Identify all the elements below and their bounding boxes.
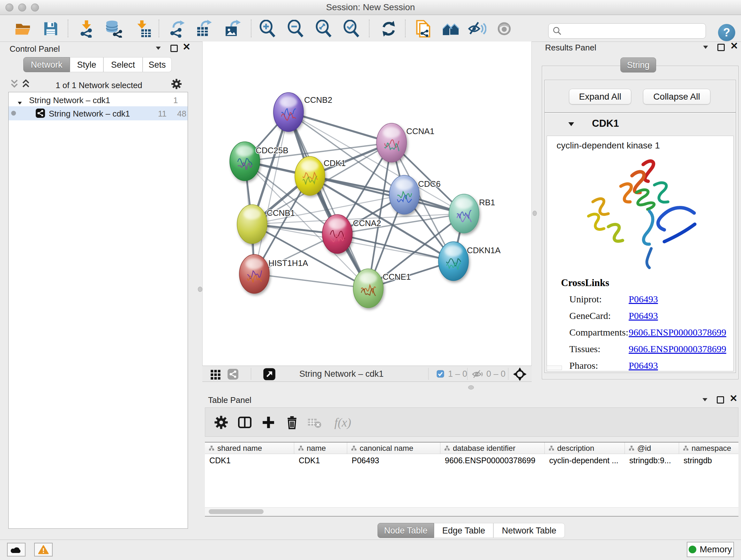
refresh-view-button[interactable] xyxy=(380,19,398,38)
column-header[interactable]: description xyxy=(545,442,625,454)
node-label-cdc25b: CDC25B xyxy=(256,145,288,155)
control-panel-menu-button[interactable] xyxy=(155,46,161,51)
zoom-in-icon xyxy=(259,20,277,38)
string-home-button[interactable] xyxy=(442,19,460,38)
network-edge[interactable] xyxy=(254,274,368,288)
bottom-splitter-handle[interactable] xyxy=(468,385,474,389)
network-node-cdc25b[interactable]: CDC25B xyxy=(230,142,288,181)
tab-select[interactable]: Select xyxy=(104,57,143,72)
network-node-ccnb2[interactable]: CCNB2 xyxy=(273,92,332,132)
column-header[interactable]: canonical name xyxy=(347,442,441,454)
control-panel-close-button[interactable]: ✕ xyxy=(183,44,191,51)
cloud-status-button[interactable] xyxy=(7,543,25,557)
network-node-rb1[interactable]: RB1 xyxy=(449,194,495,233)
save-session-button[interactable] xyxy=(42,19,60,38)
table-row[interactable]: CDK1 CDK1 P06493 9606.ENSP00000378699 cy… xyxy=(205,454,738,467)
results-panel-float-button[interactable] xyxy=(718,44,725,52)
table-panel-close-button[interactable]: ✕ xyxy=(730,395,738,403)
cell-name: CDK1 xyxy=(294,454,347,467)
tab-sets[interactable]: Sets xyxy=(143,57,172,72)
network-node-cdkn1a[interactable]: CDKN1A xyxy=(439,242,501,281)
column-header[interactable]: shared name xyxy=(205,442,294,454)
expand-all-button[interactable]: Expand All xyxy=(569,89,631,105)
crosslink-link[interactable]: 9606.ENSP00000378699 xyxy=(629,344,726,354)
warnings-button[interactable] xyxy=(34,543,53,557)
tab-edge-table[interactable]: Edge Table xyxy=(434,523,493,538)
open-session-button[interactable] xyxy=(14,19,32,38)
tab-node-table[interactable]: Node Table xyxy=(378,523,434,538)
tab-network[interactable]: Network xyxy=(23,57,70,72)
fit-content-button[interactable] xyxy=(513,368,527,382)
table-toolbar: f(x) xyxy=(205,408,738,437)
import-network-file-button[interactable] xyxy=(77,19,96,38)
collapse-all-networks-button[interactable] xyxy=(10,79,19,90)
delete-column-button[interactable] xyxy=(283,414,301,431)
tab-string[interactable]: String xyxy=(620,57,656,72)
network-node-ccne1[interactable]: CCNE1 xyxy=(353,269,411,308)
table-options-button[interactable] xyxy=(212,414,230,431)
export-image-button[interactable] xyxy=(223,19,242,38)
network-list: String Network – cdk1 1 String Network –… xyxy=(8,92,188,529)
collection-expand-arrow[interactable] xyxy=(17,98,23,107)
crosslink-label: Pharos: xyxy=(569,360,598,371)
expand-all-networks-button[interactable] xyxy=(21,79,30,90)
crosslink-link[interactable]: P06493 xyxy=(629,294,658,305)
network-options-gear-button[interactable] xyxy=(171,78,182,91)
import-table-button[interactable] xyxy=(134,19,152,38)
import-network-database-button[interactable] xyxy=(105,19,123,38)
hide-glass-string-button[interactable] xyxy=(468,19,486,38)
column-header[interactable]: name xyxy=(294,442,347,454)
selected-checkbox[interactable] xyxy=(436,370,444,379)
network-node-hist1h1a[interactable]: HIST1H1A xyxy=(239,254,308,294)
results-panel-menu-button[interactable] xyxy=(703,45,709,51)
birds-eye-view-button[interactable] xyxy=(210,368,221,381)
network-row-selected[interactable]: String Network – cdk1 11 48 xyxy=(9,106,188,120)
memory-button[interactable]: Memory xyxy=(687,542,734,557)
string-network-graph[interactable]: CCNB2CCNA1CDC25BCDK1CDC6RB1CCNB1CCNA2CDK… xyxy=(203,42,531,365)
create-column-button[interactable] xyxy=(259,414,277,431)
table-panel-float-button[interactable] xyxy=(717,396,724,405)
zoom-selected-button[interactable] xyxy=(342,19,361,38)
right-splitter-handle[interactable] xyxy=(533,211,537,216)
network-canvas[interactable]: CCNB2CCNA1CDC25BCDK1CDC6RB1CCNB1CCNA2CDK… xyxy=(202,42,532,366)
show-columns-button[interactable] xyxy=(236,414,254,431)
tab-network-table[interactable]: Network Table xyxy=(493,523,565,538)
network-share-button[interactable] xyxy=(227,368,239,381)
network-edge[interactable] xyxy=(288,112,392,143)
column-header[interactable]: database identifier xyxy=(441,442,545,454)
column-header[interactable]: namespace xyxy=(679,442,738,454)
search-input[interactable] xyxy=(564,26,705,37)
table-panel-menu-button[interactable] xyxy=(702,397,708,403)
database-import-icon xyxy=(105,20,123,38)
zoom-in-button[interactable] xyxy=(259,19,277,38)
export-table-button[interactable] xyxy=(195,19,213,38)
open-in-window-button[interactable] xyxy=(263,368,276,382)
protein-card-collapse-arrow[interactable] xyxy=(568,122,574,127)
crosslink-link[interactable]: P06493 xyxy=(629,310,658,321)
results-horizontal-scrollbar[interactable] xyxy=(547,366,562,370)
column-header[interactable]: @id xyxy=(625,442,679,454)
function-builder-button[interactable]: f(x) xyxy=(328,414,357,431)
export-network-button[interactable] xyxy=(167,19,186,38)
left-splitter-handle[interactable] xyxy=(198,287,202,292)
scrollbar-thumb[interactable] xyxy=(209,509,264,514)
network-node-ccnb1[interactable]: CCNB1 xyxy=(237,205,295,244)
string-import-button[interactable] xyxy=(414,19,433,38)
crosslink-link[interactable]: 9606.ENSP00000378699 xyxy=(629,327,726,338)
control-panel-float-button[interactable] xyxy=(171,45,178,53)
network-node-cdk1[interactable]: CDK1 xyxy=(295,157,346,195)
zoom-fit-button[interactable] xyxy=(315,19,333,38)
collapse-all-button[interactable]: Collapse All xyxy=(643,89,711,105)
network-edge[interactable] xyxy=(254,112,288,274)
results-panel-close-button[interactable]: ✕ xyxy=(730,43,738,51)
tab-style[interactable]: Style xyxy=(70,57,104,72)
table-horizontal-scrollbar[interactable] xyxy=(205,507,738,516)
network-node-ccna2[interactable]: CCNA2 xyxy=(322,214,381,253)
delete-table-button[interactable] xyxy=(306,414,323,431)
zoom-out-button[interactable] xyxy=(286,19,305,38)
network-collection-row[interactable]: String Network – cdk1 1 xyxy=(9,94,188,106)
help-button[interactable]: ? xyxy=(718,24,735,41)
network-node-cdc6[interactable]: CDC6 xyxy=(389,175,441,214)
show-view-button[interactable] xyxy=(495,19,514,38)
crosslink-link[interactable]: P06493 xyxy=(629,360,658,371)
